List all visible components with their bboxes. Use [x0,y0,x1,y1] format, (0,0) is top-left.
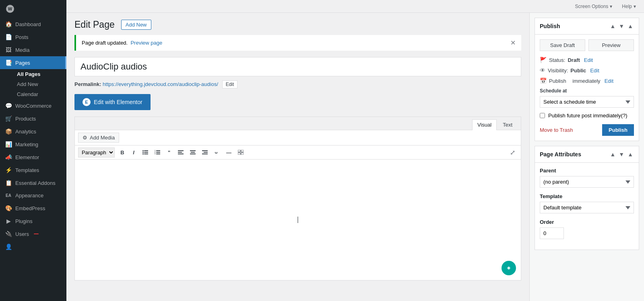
posts-icon: 📄 [5,34,12,40]
sidebar-item-label: Media [15,47,29,53]
sidebar-item-analytics[interactable]: 📊 Marketing [0,138,66,151]
parent-select[interactable]: (no parent) [540,176,634,188]
sidebar-sub-all-pages[interactable]: All Pages [12,69,66,79]
elementor-fab-icon [505,264,513,272]
page-attr-collapse-up[interactable]: ▲ [609,150,616,158]
svg-point-3 [142,150,144,152]
elementor-e-icon: E [83,98,91,106]
status-edit-link[interactable]: Edit [584,57,593,63]
sidebar-item-appearance[interactable]: 🎨 EmbedPress [0,202,66,215]
page-title-input[interactable] [74,57,521,76]
align-left-button[interactable] [175,147,186,158]
publish-collapse-down[interactable]: ▼ [618,22,625,30]
hr-button[interactable]: — [223,147,234,158]
sidebar-logo[interactable]: W [0,0,66,18]
template-select[interactable]: Default template [540,202,634,213]
publish-edit-link[interactable]: Edit [605,78,613,84]
page-attr-collapse-down[interactable]: ▼ [618,150,625,158]
add-new-button[interactable]: Add New [121,20,151,30]
woocommerce-icon: 🛒 [5,115,12,122]
tab-visual[interactable]: Visual [472,119,497,130]
align-right-button[interactable] [199,147,211,158]
publish-button[interactable]: Publish [602,124,634,136]
move-to-trash-link[interactable]: Move to Trash [540,127,573,133]
schedule-select[interactable]: Select a schedule time [540,96,634,108]
screen-options-button[interactable]: Screen Options ▾ [572,2,616,11]
sidebar-item-label: Analytics [15,129,36,135]
svg-rect-16 [191,152,195,153]
publish-future-checkbox[interactable] [540,113,545,118]
notice-text: Page draft updated. Preview page [82,40,162,46]
visibility-icon: 👁 [540,67,545,74]
publish-future-row: Publish future post immediately(?) [540,113,634,119]
sidebar-item-comments[interactable]: 💬 WooCommerce [0,99,66,112]
link-button[interactable] [211,147,223,158]
sidebar-item-templates[interactable]: 📋 Essential Addons [0,176,66,189]
page-attributes-body: Parent (no parent) Template Default temp… [535,163,639,250]
sidebar-sub-add-new[interactable]: Add New [12,79,66,89]
publish-panel: Publish ▲ ▼ ▲ Save Draft Preview 🚩 Statu… [535,18,639,141]
sidebar-item-users[interactable]: 👤 [0,240,66,253]
preview-page-link[interactable]: Preview page [130,40,162,46]
svg-rect-13 [178,152,182,153]
users-icon: 👤 [5,244,12,250]
sidebar-item-marketing[interactable]: 📣 Elementor [0,151,66,164]
publish-collapse-up[interactable]: ▲ [609,22,616,30]
sidebar-item-media[interactable]: 🖼 Media [0,43,66,56]
tab-text[interactable]: Text [497,119,518,130]
sidebar: W 🏠 Dashboard 📄 Posts 🖼 Media 📑 Pages Al… [0,0,66,301]
sidebar-item-label: Elementor [15,154,39,160]
sidebar-item-plugins[interactable]: 🔌 Users [0,227,66,240]
sidebar-item-label: Pages [15,60,30,66]
expand-toolbar-button[interactable]: ⤢ [508,147,518,158]
add-media-button[interactable]: ⚙ Add Media [78,133,119,143]
page-title: Edit Page [74,19,115,30]
format-select[interactable]: Paragraph Heading 1 Heading 2 Heading 3 [78,147,115,158]
sidebar-item-products[interactable]: 📦 Analytics [0,125,66,138]
essential-addons-icon: EA [5,193,12,198]
schedule-label: Schedule at [540,88,634,94]
visibility-value: Public [570,68,586,74]
visibility-edit-link[interactable]: Edit [590,68,599,74]
publish-close[interactable]: ▲ [627,22,634,30]
ordered-list-button[interactable]: 123 [152,147,163,158]
sidebar-item-label: EmbedPress [15,205,45,211]
sidebar-item-label: Plugins [15,218,33,224]
elementor-fab-button[interactable] [502,261,516,275]
unordered-list-button[interactable] [140,147,151,158]
publish-time-row: 📅 Publish immediately Edit [540,78,634,84]
help-button[interactable]: Help ▾ [619,2,639,11]
parent-field: Parent (no parent) [540,168,634,188]
editor-area: Edit Page Add New Page draft updated. Pr… [66,13,529,301]
italic-button[interactable]: I [128,147,139,158]
kitchen-sink-button[interactable] [235,147,246,158]
dropdown-icon: ▾ [610,4,612,9]
sidebar-item-pages[interactable]: 📑 Pages [0,56,66,69]
sidebar-item-woocommerce[interactable]: 🛒 Products [0,112,66,125]
editor-content[interactable] [75,160,521,280]
save-draft-button[interactable]: Save Draft [540,39,585,51]
preview-button[interactable]: Preview [588,39,634,51]
align-center-button[interactable] [187,147,198,158]
publish-when: immediately [572,78,600,84]
permalink-link[interactable]: https://everything.jdevcloud.com/audiocl… [103,81,218,87]
edit-with-elementor-button[interactable]: E Edit with Elementor [74,94,151,110]
sidebar-item-embedpress[interactable]: ▶ Plugins [0,215,66,227]
notice-close-button[interactable]: ✕ [510,39,516,47]
order-input[interactable] [540,227,564,239]
sidebar-item-dashboard[interactable]: 🏠 Dashboard [0,18,66,31]
comments-icon: 💬 [5,102,12,109]
appearance-icon: 🎨 [5,205,12,211]
notice-bar: Page draft updated. Preview page ✕ [74,35,521,51]
right-panel: Publish ▲ ▼ ▲ Save Draft Preview 🚩 Statu… [529,13,644,301]
page-attr-close[interactable]: ▲ [627,150,634,158]
sidebar-item-elementor[interactable]: ⚡ Templates [0,164,66,176]
permalink-edit-button[interactable]: Edit [222,80,238,88]
sidebar-sub-calendar[interactable]: Calendar [12,89,66,99]
bold-button[interactable]: B [117,147,128,158]
blockquote-button[interactable]: " [164,147,174,158]
sidebar-item-essential-addons[interactable]: EA Appearance [0,189,66,202]
sidebar-item-posts[interactable]: 📄 Posts [0,31,66,43]
analytics-icon: 📊 [5,141,12,147]
publish-actions: Move to Trash Publish [540,124,634,136]
